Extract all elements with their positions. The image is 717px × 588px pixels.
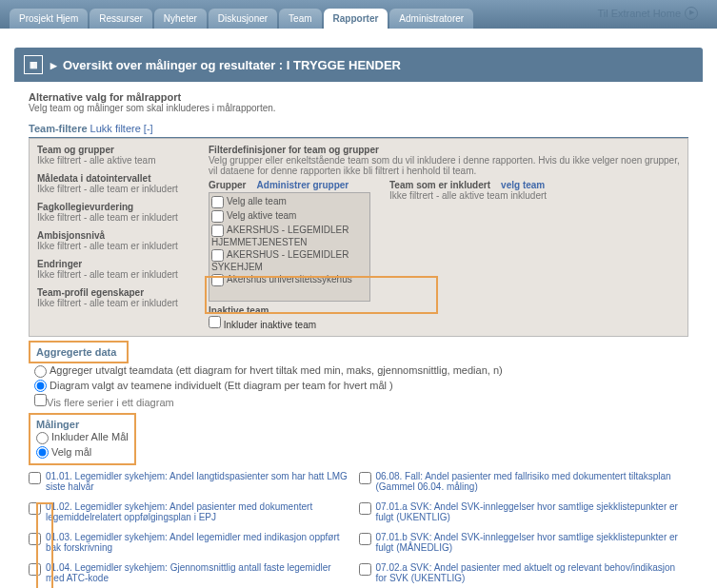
mal-item[interactable]: 06.08. Fall: Andel pasienter med fallris… (359, 471, 680, 492)
extranet-home-link[interactable]: Til Extranet Home (597, 7, 698, 20)
mal-item[interactable]: 01.03. Legemidler sykehjem: Andel legemi… (29, 532, 349, 553)
filter-left-column: Team og grupperIkke filtrert - alle akti… (30, 139, 201, 336)
grupper-listbox[interactable]: Velg alle teamVelg aktive teamAKERSHUS -… (209, 192, 370, 302)
filter-category[interactable]: EndringerIkke filtrert - alle team er in… (37, 259, 193, 280)
filter-category[interactable]: Måledata i datointervalletIkke filtrert … (37, 173, 193, 194)
filter-category[interactable]: Team-profil egenskaperIkke filtrert - al… (37, 287, 193, 308)
mal-item[interactable]: 07.02.a SVK: Andel pasienter med aktuelt… (359, 562, 680, 583)
page-title: Oversikt over målinger og resultater : I… (63, 58, 401, 72)
expand-icon[interactable]: ▸ (50, 58, 57, 72)
mal-checkbox[interactable] (359, 502, 371, 515)
mal-item[interactable]: 01.02. Legemidler sykehjem: Andel pasien… (29, 501, 349, 522)
home-link-label: Til Extranet Home (597, 8, 681, 19)
filter-category[interactable]: FagkollegievurderingIkke filtrert - alle… (37, 202, 193, 223)
grupper-option[interactable]: Akershus universitetssykehus (211, 273, 368, 287)
mal-item[interactable]: 01.04. Legemidler sykehjem: Gjennomsnitt… (29, 562, 349, 583)
mal-opt2-radio[interactable]: Velg mål (36, 445, 129, 461)
page-header: ▦ ▸ Oversikt over målinger og resultater… (14, 48, 703, 82)
mal-checkbox[interactable] (29, 563, 41, 576)
mal-item[interactable]: 01.01. Legemidler sykehjem: Andel langti… (29, 471, 349, 492)
team-included-label: Team som er inkludert (389, 180, 490, 190)
mal-checkbox[interactable] (359, 563, 371, 576)
filter-category[interactable]: AmbisjonsnivåIkke filtrert - alle team e… (37, 230, 193, 251)
filter-def-desc: Velg grupper eller enkeltstående team so… (209, 155, 680, 176)
include-inactive-checkbox[interactable]: Inkluder inaktive team (209, 320, 316, 330)
arrow-right-icon (685, 7, 698, 20)
nav-tab[interactable]: Team (279, 9, 321, 29)
mal-list-left: 01.01. Legemidler sykehjem: Andel langti… (29, 471, 359, 588)
nav-tab[interactable]: Rapporter (324, 9, 388, 29)
filter-panel: Team og grupperIkke filtrert - alle akti… (29, 138, 688, 337)
alt-valg-sub: Velg team og målinger som skal inkludere… (29, 103, 688, 113)
nav-bar: Prosjekt HjemRessurserNyheterDiskusjoner… (0, 0, 717, 29)
grupper-label: Grupper (209, 180, 246, 190)
malinger-heading: Målinger (36, 419, 129, 430)
team-filter-label: Team-filtere (29, 123, 88, 134)
mal-item[interactable]: 07.01.b SVK: Andel SVK-innleggelser hvor… (359, 532, 680, 553)
grupper-option[interactable]: Velg alle team (211, 195, 368, 209)
report-icon: ▦ (24, 55, 43, 74)
mal-list-right: 06.08. Fall: Andel pasienter med fallris… (359, 471, 689, 588)
vis-flere-checkbox[interactable]: Vis flere serier i ett diagram (34, 393, 688, 409)
velg-team-link[interactable]: velg team (501, 180, 545, 190)
agg-opt1-radio[interactable]: Aggreger utvalgt teamdata (ett diagram f… (34, 363, 688, 379)
close-filters-link[interactable]: Lukk filtere [-] (90, 123, 153, 134)
mal-checkbox[interactable] (29, 472, 41, 484)
mal-item[interactable]: 07.01.a SVK: Andel SVK-innleggelser hvor… (359, 501, 680, 522)
mal-checkbox[interactable] (29, 502, 41, 515)
agg-opt2-radio[interactable]: Diagram valgt av teamene individuelt (Et… (34, 379, 688, 394)
mal-checkbox[interactable] (359, 533, 371, 545)
nav-tab[interactable]: Nyheter (154, 9, 207, 29)
mal-opt1-radio[interactable]: Inkluder Alle Mål (36, 430, 129, 445)
nav-tab[interactable]: Prosjekt Hjem (10, 9, 88, 29)
alt-valg-heading: Alternative valg for målrapport (29, 91, 688, 103)
grupper-option[interactable]: AKERSHUS - LEGEMIDLER HJEMMETJENESTEN (211, 224, 368, 248)
grupper-option[interactable]: AKERSHUS - LEGEMIDLER SYKEHJEM (211, 248, 368, 273)
nav-tab[interactable]: Diskusjoner (209, 9, 277, 29)
filter-def-title: Filterdefinisjoner for team og grupper (209, 145, 680, 155)
filter-category[interactable]: Team og grupperIkke filtrert - alle akti… (37, 145, 193, 166)
mal-checkbox[interactable] (359, 472, 371, 484)
admin-groups-link[interactable]: Administrer grupper (257, 180, 349, 190)
grupper-option[interactable]: Velg aktive team (211, 209, 368, 224)
inactive-team-label: Inaktive team (209, 305, 389, 316)
aggregerte-heading: Aggregerte data (36, 346, 121, 358)
mal-checkbox[interactable] (29, 533, 41, 545)
team-included-desc: Ikke filtrert - alle aktive team inklude… (389, 190, 680, 201)
filter-right-column: Filterdefinisjoner for team og grupper V… (201, 139, 687, 336)
nav-tab[interactable]: Administratorer (389, 9, 473, 29)
nav-tab[interactable]: Ressurser (90, 9, 152, 29)
